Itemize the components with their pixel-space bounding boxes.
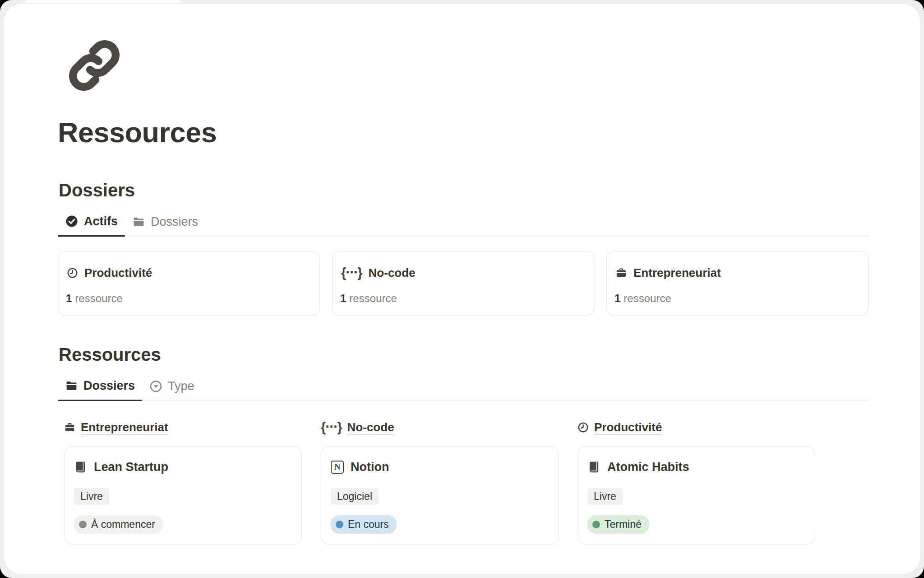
group-no-code: {⋯} No-code N Notion Logiciel [321, 420, 559, 545]
group-title-link[interactable]: No-code [347, 420, 394, 434]
page-title: Ressources [58, 117, 869, 149]
tab-label: Dossiers [151, 215, 198, 229]
resource-groups: Entrepreneuriat [64, 420, 869, 545]
briefcase-icon [64, 422, 75, 433]
group-title-link[interactable]: Productivité [594, 420, 662, 434]
resources-section-heading: Ressources [59, 344, 869, 365]
folder-card-count: 1ressource [614, 292, 859, 305]
circle-triangle-icon [149, 380, 162, 393]
type-tag: Logiciel [331, 488, 379, 505]
tab-actifs[interactable]: Actifs [58, 214, 125, 237]
tab-label: Actifs [84, 214, 118, 228]
clock-icon [578, 422, 589, 433]
folder-card-title: Productivité [84, 266, 152, 280]
notion-page-window: Ressources Dossiers Actifs [4, 4, 920, 574]
folder-card-productivite[interactable]: Productivité 1ressource [58, 251, 320, 316]
briefcase-icon [615, 267, 627, 279]
resource-title: Lean Startup [94, 460, 168, 474]
resource-card-atomic-habits[interactable]: Atomic Habits Livre Terminé [578, 446, 815, 545]
status-dot-icon [79, 521, 87, 528]
resource-card-lean-startup[interactable]: Lean Startup Livre À commencer [64, 446, 302, 545]
folder-card-title: Entrepreneuriat [633, 266, 721, 280]
status-badge: À commencer [74, 515, 163, 534]
link-icon[interactable] [66, 37, 123, 94]
folder-card-count: 1ressource [66, 292, 310, 305]
resources-tabbar: Dossiers Type [58, 379, 869, 401]
tab-dossiers-grouped[interactable]: Dossiers [58, 379, 142, 401]
folder-card-title: No-code [369, 266, 416, 280]
folders-section-heading: Dossiers [59, 179, 869, 201]
braces-icon: {⋯} [341, 266, 362, 280]
book-icon [74, 461, 87, 474]
group-productivite: Productivité [578, 420, 815, 545]
status-dot-icon [592, 521, 600, 528]
folder-card-count: 1ressource [340, 292, 585, 305]
tab-type[interactable]: Type [142, 379, 202, 400]
tab-dossiers[interactable]: Dossiers [125, 215, 205, 236]
screen: Ressources Dossiers Actifs [0, 0, 924, 578]
folders-tabbar: Actifs Dossiers [58, 214, 869, 236]
group-title-link[interactable]: Entrepreneuriat [81, 420, 168, 434]
rear-window-edge [25, 0, 181, 3]
folder-card-entrepreneuriat[interactable]: Entrepreneuriat 1ressource [606, 251, 869, 316]
tab-label: Type [168, 379, 194, 393]
folder-card-no-code[interactable]: {⋯} No-code 1ressource [332, 251, 594, 316]
notion-logo-icon: N [331, 461, 344, 474]
window-backdrop: Ressources Dossiers Actifs [0, 0, 924, 578]
folder-cards-row: Productivité 1ressource {⋯} No-code 1res… [58, 251, 869, 316]
status-badge: En cours [331, 515, 397, 534]
type-tag: Livre [587, 488, 623, 505]
group-entrepreneuriat: Entrepreneuriat [64, 420, 302, 545]
clock-icon [67, 267, 78, 279]
resource-card-notion[interactable]: N Notion Logiciel En cours [321, 446, 559, 545]
type-tag: Livre [74, 488, 109, 505]
resource-title: Notion [351, 460, 389, 474]
tab-label: Dossiers [83, 379, 135, 393]
resource-title: Atomic Habits [607, 460, 689, 474]
status-badge: Terminé [587, 515, 649, 534]
check-circle-icon [65, 214, 79, 228]
folder-icon [132, 215, 145, 228]
folder-icon [65, 379, 78, 392]
status-dot-icon [336, 521, 343, 528]
book-icon [587, 461, 601, 474]
braces-icon: {⋯} [321, 421, 342, 434]
page-content: Ressources Dossiers Actifs [4, 4, 869, 545]
